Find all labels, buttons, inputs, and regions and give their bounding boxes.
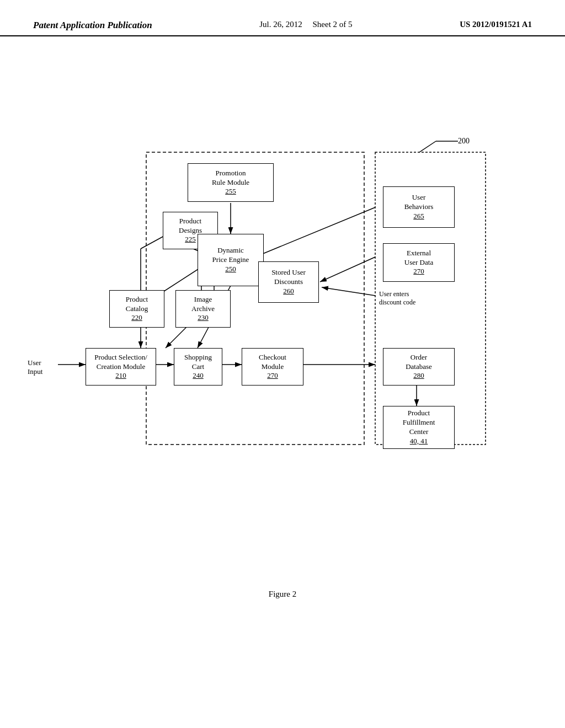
stored-discounts-box: Stored UserDiscounts 260 bbox=[258, 261, 319, 303]
diagram-area: PromotionRule Module 255 ProductDesigns … bbox=[0, 136, 565, 632]
header-left: Patent Application Publication bbox=[33, 20, 152, 31]
shopping-cart-num: 240 bbox=[193, 371, 204, 381]
product-designs-num: 225 bbox=[185, 235, 196, 244]
checkout-module-label: CheckoutModule bbox=[259, 353, 286, 372]
product-selection-label: Product Selection/Creation Module bbox=[94, 353, 147, 372]
ref-200-text: 200 bbox=[458, 137, 470, 145]
product-catalog-num: 220 bbox=[131, 313, 142, 323]
shopping-cart-box: ShoppingCart 240 bbox=[174, 348, 222, 386]
checkout-module-box: CheckoutModule 270 bbox=[242, 348, 303, 386]
user-behaviors-num: 265 bbox=[413, 212, 424, 221]
header-sheet: Sheet 2 of 5 bbox=[313, 20, 353, 29]
order-database-label: OrderDatabase bbox=[406, 353, 432, 372]
svg-line-24 bbox=[419, 141, 436, 152]
product-selection-num: 210 bbox=[115, 371, 126, 381]
external-user-data-label: ExternalUser Data bbox=[404, 249, 433, 267]
product-designs-label: ProductDesigns bbox=[179, 217, 202, 235]
figure-caption: Figure 2 bbox=[269, 590, 296, 599]
product-fulfillment-box: ProductFulfillmentCenter 40, 41 bbox=[383, 406, 455, 449]
patent-number: US 2012/0191521 A1 bbox=[460, 20, 532, 29]
promotion-rule-num: 255 bbox=[225, 187, 236, 196]
image-archive-box: ImageArchive 230 bbox=[175, 290, 231, 328]
user-behaviors-label: UserBehaviors bbox=[404, 193, 434, 212]
external-user-data-num: 270 bbox=[413, 267, 424, 276]
product-fulfillment-label: ProductFulfillmentCenter bbox=[403, 409, 435, 437]
figure-caption-text: Figure 2 bbox=[269, 590, 296, 598]
ref-200: 200 bbox=[458, 137, 470, 146]
patent-publication-label: Patent Application Publication bbox=[33, 20, 152, 30]
promotion-rule-label: PromotionRule Module bbox=[212, 169, 249, 188]
header-center: Jul. 26, 2012 Sheet 2 of 5 bbox=[259, 20, 352, 29]
header-date: Jul. 26, 2012 bbox=[259, 20, 302, 29]
dynamic-price-label: DynamicPrice Engine bbox=[212, 246, 249, 265]
stored-discounts-label: Stored UserDiscounts bbox=[271, 268, 306, 287]
svg-line-10 bbox=[320, 257, 375, 282]
svg-line-11 bbox=[322, 287, 375, 296]
dynamic-price-engine-box: DynamicPrice Engine 250 bbox=[198, 234, 264, 286]
svg-line-9 bbox=[255, 207, 375, 257]
checkout-module-num: 270 bbox=[267, 371, 278, 381]
promotion-rule-module-box: PromotionRule Module 255 bbox=[188, 163, 274, 202]
dynamic-price-num: 250 bbox=[225, 265, 236, 274]
stored-discounts-num: 260 bbox=[283, 287, 294, 296]
product-catalog-box: ProductCatalog 220 bbox=[109, 290, 164, 328]
image-archive-label: ImageArchive bbox=[191, 295, 215, 314]
user-enters-discount-label: User entersdiscount code bbox=[379, 290, 415, 307]
order-database-box: OrderDatabase 280 bbox=[383, 348, 455, 386]
image-archive-num: 230 bbox=[198, 313, 209, 323]
user-input-label: UserInput bbox=[28, 358, 42, 376]
shopping-cart-label: ShoppingCart bbox=[184, 353, 212, 372]
user-input-text: UserInput bbox=[28, 358, 42, 376]
order-database-num: 280 bbox=[413, 371, 424, 381]
page-header: Patent Application Publication Jul. 26, … bbox=[0, 0, 565, 36]
product-fulfillment-num: 40, 41 bbox=[410, 437, 428, 446]
external-user-data-box: ExternalUser Data 270 bbox=[383, 243, 455, 282]
user-behaviors-box: UserBehaviors 265 bbox=[383, 186, 455, 228]
header-right: US 2012/0191521 A1 bbox=[460, 20, 532, 29]
product-selection-box: Product Selection/Creation Module 210 bbox=[86, 348, 156, 386]
product-catalog-label: ProductCatalog bbox=[126, 295, 148, 314]
user-enters-discount-text: User entersdiscount code bbox=[379, 290, 415, 306]
